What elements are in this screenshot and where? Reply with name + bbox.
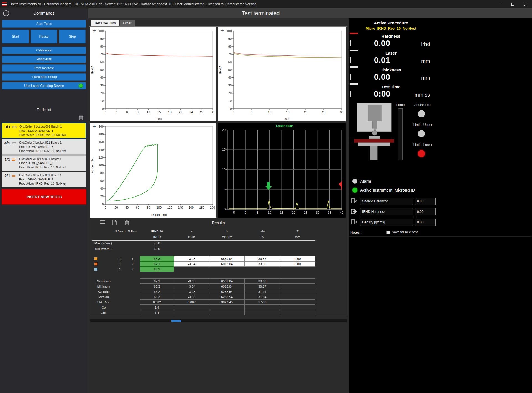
svg-text:9: 9 [137, 110, 139, 114]
start-button[interactable]: Start [2, 30, 29, 43]
zoom-icon[interactable]: + [92, 123, 96, 130]
svg-text:Laser scan: Laser scan [276, 124, 293, 128]
column-header: Is [209, 229, 245, 234]
measurement-tick [350, 91, 351, 97]
svg-text:10: 10 [228, 99, 232, 102]
test-execution-panel: + 03691215182124273001020304050607080901… [89, 26, 347, 316]
svg-text:0: 0 [105, 110, 106, 114]
svg-text:0: 0 [105, 206, 106, 209]
todo-item[interactable]: 4/1Ord:Order 3 Lot:Lot 001 Batch: 1Prod … [2, 139, 86, 155]
save-next-test-checkbox[interactable] [386, 231, 390, 234]
column-header: Is% [245, 229, 280, 234]
svg-text:100: 100 [99, 164, 104, 167]
todo-trash-icon[interactable] [78, 115, 83, 121]
todo-list-title: To do list [0, 108, 88, 112]
limit-lower-label: Limit - Lower [411, 143, 435, 147]
table-cell [125, 310, 140, 315]
stat-is: 6288.54 [209, 289, 245, 294]
todo-item[interactable]: 2/1Ord:Order 3 Lot:Lot 001 Batch: 1Prod … [2, 172, 86, 187]
irhd-time-chart-1: + 03691215182124273001020304050607080901… [90, 27, 216, 121]
table-cell [280, 246, 315, 252]
zoom-icon[interactable]: + [92, 27, 96, 34]
minimize-button[interactable] [494, 0, 507, 8]
svg-text:5: 5 [257, 211, 258, 214]
tab-bar: Test Execution Other [91, 20, 347, 26]
svg-text:0: 0 [102, 203, 104, 206]
todo-item[interactable]: 3/1Ord:Order 3 Lot:Lot 001 Batch: 1Prod … [2, 123, 86, 138]
start-tests-button[interactable]: Start Tests [2, 20, 86, 28]
stat-label: Cp [92, 305, 115, 310]
pause-button[interactable]: Pause [31, 30, 57, 43]
result-row[interactable]: 1165.3-3.036559.0430.870.00 [92, 256, 315, 261]
maximize-button[interactable] [507, 0, 519, 8]
measurement-laser: Laser0.01mm [350, 50, 432, 66]
svg-text:60: 60 [100, 179, 104, 182]
menu-icon[interactable] [100, 220, 106, 225]
scrollbar-thumb[interactable] [171, 320, 181, 322]
todo-item-text: Ord:Order 3 Lot:Lot 001 Batch: 1Prod : D… [19, 156, 86, 171]
stat-irhd: 0.902 [140, 299, 174, 305]
table-cell [125, 294, 140, 299]
table-cell [115, 294, 125, 299]
series-force-depth-loop [107, 144, 157, 201]
todo-item-text: Ord:Order 3 Lot:Lot 001 Batch: 1Prod : D… [19, 123, 86, 138]
stat-t [280, 289, 315, 294]
table-cell [280, 241, 315, 246]
results-header: Results [90, 219, 347, 227]
stat-ispct [245, 310, 280, 315]
export-field-value[interactable]: 0.00 [415, 198, 436, 205]
close-button[interactable] [519, 0, 532, 8]
delete-results-icon[interactable] [124, 220, 129, 227]
stat-is [209, 310, 245, 315]
tab-other[interactable]: Other [120, 20, 135, 26]
export-row: Density [g/cm3]0.00 [351, 219, 440, 226]
table-cell [115, 284, 125, 289]
table-cell [125, 305, 140, 310]
svg-text:20: 20 [222, 128, 226, 131]
svg-text:10: 10 [268, 211, 271, 214]
zoom-icon[interactable]: + [220, 27, 224, 34]
print-last-test-button[interactable]: Print last test [2, 64, 86, 72]
stat-irhd: 67.1 [140, 278, 174, 284]
horizontal-scrollbar[interactable] [90, 319, 347, 322]
export-field-value[interactable]: 0.00 [415, 219, 436, 226]
tab-test-execution[interactable]: Test Execution [91, 20, 119, 26]
batch-value: 1 [115, 256, 125, 261]
calibration-button[interactable]: Calibration [2, 47, 86, 54]
export-arrow-icon[interactable] [351, 208, 358, 215]
svg-text:15: 15 [286, 110, 289, 114]
export-arrow-icon[interactable] [351, 219, 358, 226]
measurement-hardness: Hardness0.00irhd [350, 33, 432, 49]
column-header: IRHD 30 [140, 229, 174, 234]
info-icon[interactable]: i [3, 10, 9, 16]
svg-text:100: 100 [227, 29, 232, 33]
instrument-setup-button[interactable]: Instrument Setup [2, 73, 86, 81]
insert-new-tests-button[interactable]: INSERT NEW TESTS [2, 189, 86, 205]
stop-button[interactable]: Stop [59, 30, 86, 43]
edge-marker-flag [339, 182, 342, 190]
column-header: a [174, 229, 209, 234]
measurement-test-time: Test Time0:00mm:ss [350, 83, 432, 100]
svg-text:3: 3 [116, 110, 117, 114]
notes-area[interactable] [349, 236, 531, 392]
svg-text:60: 60 [136, 206, 139, 209]
stat-t [280, 284, 315, 289]
laser-centring-button[interactable]: Use Laser Centring Device [2, 82, 86, 89]
measurement-tick [350, 40, 351, 46]
svg-text:120: 120 [99, 156, 104, 159]
new-report-icon[interactable] [112, 220, 117, 226]
svg-text:20: 20 [292, 211, 295, 214]
export-field-label: Density [g/cm3] [360, 219, 413, 226]
export-arrow-icon[interactable] [351, 198, 358, 205]
print-tests-button[interactable]: Print tests [2, 56, 86, 63]
export-field-value[interactable]: 0.00 [415, 208, 436, 215]
table-cell [174, 246, 209, 252]
todo-item[interactable]: 1/1Ord:Order 3 Lot:Lot 001 Batch: 1Prod … [2, 155, 86, 171]
window-title: Gibitre Instruments srl - HardnessCheck … [9, 2, 494, 6]
result-row[interactable]: 1267.1-3.046018.0433.000.00 [92, 261, 315, 267]
result-row[interactable]: 1366.3 [92, 267, 315, 272]
stat-a: -3.03 [174, 278, 209, 284]
stat-t [280, 310, 315, 315]
a-value: -3.04 [174, 261, 209, 267]
instrument-diagram [352, 101, 396, 161]
